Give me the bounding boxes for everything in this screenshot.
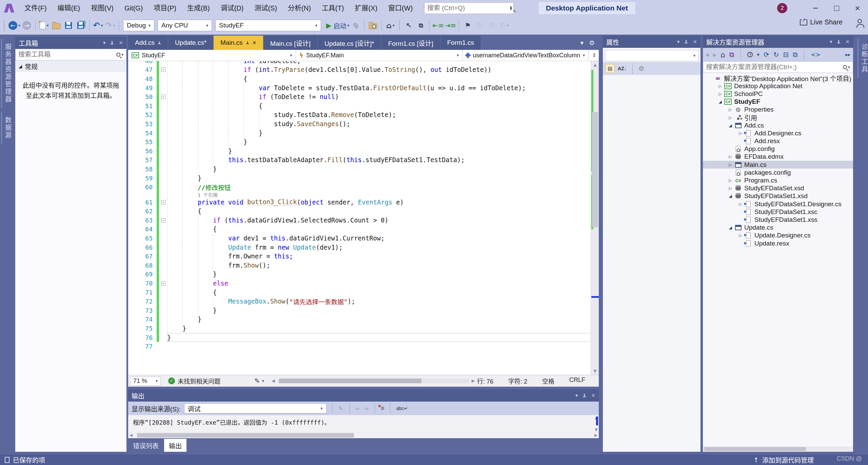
tree-item[interactable]: ◢C#StudyEF bbox=[703, 98, 853, 106]
properties-header[interactable]: 属性 ▾ × bbox=[603, 36, 701, 48]
code-line[interactable]: 73} bbox=[128, 306, 599, 315]
chevron-down-icon[interactable]: ▾ bbox=[121, 52, 123, 57]
panel-tab[interactable]: 错误列表 bbox=[128, 439, 163, 452]
open-file-button[interactable] bbox=[51, 19, 62, 32]
save-button[interactable] bbox=[63, 19, 74, 32]
fold-collapse-icon[interactable]: − bbox=[161, 95, 165, 99]
toggle-bookmark-button[interactable]: ⚑ bbox=[462, 19, 473, 32]
redo-button[interactable]: ↷▾ bbox=[104, 19, 116, 32]
gear-icon[interactable]: ⚙ bbox=[589, 39, 595, 47]
menu-item[interactable]: 编辑(E) bbox=[52, 0, 86, 16]
editor-vertical-scrollbar[interactable]: ▲ ▼ bbox=[591, 61, 599, 375]
chevron-down-icon[interactable]: ▾ bbox=[262, 379, 264, 383]
code-line[interactable]: 56} bbox=[128, 147, 599, 156]
solution-explorer-search[interactable]: ▾ bbox=[703, 61, 853, 73]
tab-list-icon[interactable]: ▾ bbox=[580, 39, 584, 47]
toolbox-search-input[interactable] bbox=[18, 51, 116, 58]
code-line[interactable]: 72MessageBox.Show("请先选择一条数据"); bbox=[128, 297, 599, 306]
show-all-files-icon[interactable]: ⧉ bbox=[793, 51, 797, 59]
code-editor[interactable]: 46int idToDelete;47−if (int.TryParse(dev… bbox=[128, 61, 599, 375]
clear-all-icon[interactable]: ≡ bbox=[381, 405, 384, 412]
code-line[interactable]: 64{ bbox=[128, 225, 599, 234]
left-strip-tab[interactable]: 数据源 bbox=[1, 112, 13, 144]
pin-icon[interactable] bbox=[583, 394, 586, 398]
document-tab[interactable]: Update.cs* bbox=[168, 36, 214, 50]
code-line[interactable]: 77 bbox=[128, 342, 599, 351]
decrease-indent-button[interactable]: ⇤≡ bbox=[432, 19, 444, 32]
code-line[interactable]: 71{ bbox=[128, 288, 599, 297]
tree-item[interactable]: StudyEFDataSet1.xss bbox=[703, 216, 853, 224]
fold-collapse-icon[interactable]: − bbox=[161, 200, 165, 205]
close-icon[interactable]: × bbox=[119, 40, 123, 46]
tree-item[interactable]: Update.resx bbox=[703, 239, 853, 247]
tree-item[interactable]: ▷EFData.edmx bbox=[703, 153, 853, 161]
find-in-files-button[interactable] bbox=[367, 19, 379, 32]
fold-collapse-icon[interactable]: − bbox=[161, 218, 165, 222]
tree-item[interactable]: ▷C#Desktop Application Net bbox=[703, 82, 853, 90]
chevron-down-icon[interactable]: ▾ bbox=[848, 65, 850, 70]
next-bookmark-button[interactable]: ⚐ bbox=[486, 19, 498, 32]
solution-horizontal-scrollbar[interactable] bbox=[703, 446, 853, 452]
menu-item[interactable]: 分析(N) bbox=[282, 0, 316, 16]
window-menu-icon[interactable]: ▾ bbox=[103, 40, 106, 46]
code-line[interactable]: 74} bbox=[128, 315, 599, 324]
menu-item[interactable]: 项目(P) bbox=[148, 0, 182, 16]
tree-item[interactable]: Add.resx bbox=[703, 137, 853, 145]
home-icon[interactable]: ⌂ bbox=[721, 51, 725, 59]
tree-expander-icon[interactable]: ▷ bbox=[737, 202, 744, 207]
code-line[interactable]: 61−private void button3_Click(object sen… bbox=[128, 198, 599, 207]
output-horizontal-scrollbar[interactable]: ◀ ▶ bbox=[128, 432, 599, 438]
document-tab[interactable]: Main.cs [设计] bbox=[263, 36, 318, 50]
document-tab[interactable]: Form1.cs bbox=[440, 36, 481, 50]
clear-bookmarks-button[interactable]: ⚐▾ bbox=[498, 19, 510, 32]
code-line[interactable]: 54} bbox=[128, 129, 599, 138]
pending-changes-filter-icon[interactable] bbox=[747, 52, 753, 57]
codelens-references[interactable]: 1 个引用 bbox=[198, 191, 218, 198]
pin-icon[interactable] bbox=[158, 41, 161, 44]
tree-item[interactable]: ▷引用 bbox=[703, 114, 853, 121]
window-menu-icon[interactable]: ▾ bbox=[575, 392, 578, 399]
start-debugging-button[interactable]: ▶启动▾ bbox=[326, 19, 349, 32]
close-icon[interactable]: × bbox=[591, 392, 595, 399]
new-file-button[interactable]: ▾ bbox=[38, 19, 50, 32]
output-source-dropdown[interactable]: 调试▾ bbox=[184, 403, 327, 413]
next-message-icon[interactable]: ⇒ bbox=[364, 405, 369, 412]
switch-views-icon[interactable]: ⧉ bbox=[729, 51, 734, 59]
tree-item[interactable]: ▷C#SchoolPC bbox=[703, 90, 853, 98]
navigate-home-button[interactable]: ⌂▾ bbox=[384, 19, 396, 32]
increase-indent-button[interactable]: ⇥≡ bbox=[445, 19, 456, 32]
tree-item[interactable]: ▷Update.Designer.cs bbox=[703, 232, 853, 239]
properties-object-dropdown[interactable]: ▾ bbox=[605, 50, 698, 61]
project-dropdown[interactable]: C# StudyEF▾ bbox=[128, 50, 296, 61]
tree-expander-icon[interactable]: ▷ bbox=[737, 233, 744, 238]
tree-item[interactable]: ◢Update.cs bbox=[703, 224, 853, 232]
close-icon[interactable]: × bbox=[845, 39, 850, 45]
tree-item[interactable]: StudyEFDataSet1.xsc bbox=[703, 208, 853, 216]
code-line[interactable]: 57this.testDataTableAdapter.Fill(this.st… bbox=[128, 156, 599, 165]
tree-expander-icon[interactable]: ▷ bbox=[727, 107, 734, 112]
tree-item[interactable]: App.config bbox=[703, 145, 853, 153]
menu-item[interactable]: 测试(S) bbox=[249, 0, 282, 16]
pin-icon[interactable] bbox=[837, 40, 841, 44]
minimize-button[interactable] bbox=[805, 0, 826, 16]
menu-item[interactable]: 视图(V) bbox=[85, 0, 119, 16]
feedback-person-icon[interactable] bbox=[857, 19, 862, 23]
categorized-view-icon[interactable]: ▤ bbox=[606, 64, 614, 73]
tree-item[interactable]: ◢Add.cs bbox=[703, 121, 853, 129]
window-menu-icon[interactable]: ▾ bbox=[830, 39, 832, 45]
quick-search-box[interactable] bbox=[424, 2, 514, 14]
document-tab[interactable]: Main.cs× bbox=[214, 36, 263, 50]
code-line[interactable]: 68frm.Show(); bbox=[128, 261, 599, 270]
tree-item[interactable]: ▷StudyEFDataSet1.Designer.cs bbox=[703, 200, 853, 208]
live-share-button[interactable]: Live Share bbox=[800, 18, 843, 26]
code-line[interactable]: 75} bbox=[128, 324, 599, 333]
code-line[interactable]: 48{ bbox=[128, 74, 599, 83]
restore-button[interactable] bbox=[826, 0, 847, 16]
code-line[interactable]: 46int idToDelete; bbox=[128, 61, 599, 65]
tree-item[interactable]: ∞解决方案“Desktop Application Net”(3 个项目) bbox=[703, 74, 853, 82]
output-header[interactable]: 输出 ▾ × bbox=[128, 389, 599, 402]
tree-item[interactable]: ▷StudyEFDataSet.xsd bbox=[703, 185, 853, 192]
code-line[interactable]: 65var dev1 = this.dataGridView1.CurrentR… bbox=[128, 234, 599, 243]
toolbox-header[interactable]: 工具箱 ▾ × bbox=[15, 37, 126, 49]
document-tab[interactable]: Form1.cs [设计] bbox=[381, 36, 440, 50]
